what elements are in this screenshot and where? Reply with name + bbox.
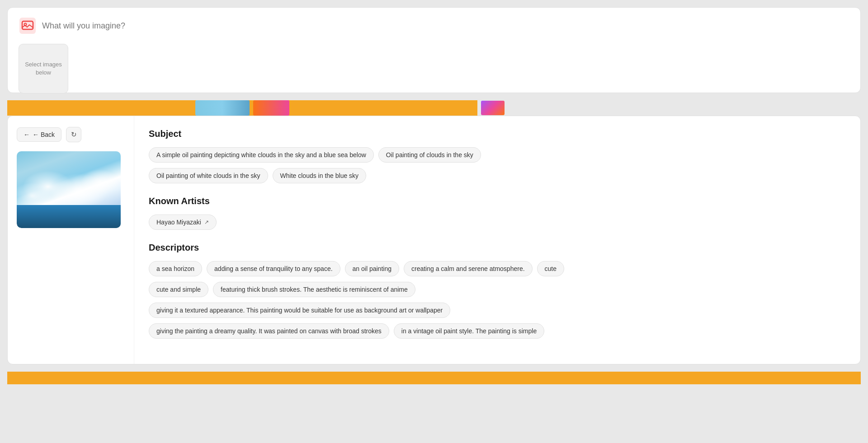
back-label: ← Back [33,131,55,138]
search-input[interactable] [42,21,849,31]
known-artists-title: Known Artists [149,196,846,206]
descriptors-section: Descriptors a sea horizon adding a sense… [149,242,846,339]
descriptor-tag-1[interactable]: adding a sense of tranquility to any spa… [207,261,340,276]
orange-banner-right [477,100,861,116]
sidebar-painting-image [17,151,121,228]
descriptor-tag-4[interactable]: cute [537,261,564,276]
main-detail-panel: ← ← Back ↻ Subject A simple oil painting… [7,116,861,364]
descriptor-tag-9[interactable]: in a vintage oil paint style. The painti… [394,323,544,339]
artists-tags-row: Hayao Miyazaki ↗ [149,215,846,230]
known-artists-section: Known Artists Hayao Miyazaki ↗ [149,196,846,230]
descriptor-tag-7[interactable]: giving it a textured appearance. This pa… [149,303,450,318]
descriptor-tag-0[interactable]: a sea horizon [149,261,202,276]
subject-tags-row-1: A simple oil painting depicting white cl… [149,147,846,163]
subject-tag-2[interactable]: Oil painting of white clouds in the sky [149,168,268,183]
subject-tag-0[interactable]: A simple oil painting depicting white cl… [149,147,374,163]
action-buttons-row: ← ← Back ↻ [17,127,125,142]
artist-tag-0[interactable]: Hayao Miyazaki ↗ [149,215,217,230]
orange-banner-strip [7,100,861,116]
descriptor-tag-5[interactable]: cute and simple [149,282,208,297]
subject-section-title: Subject [149,129,846,139]
descriptor-tag-2[interactable]: an oil painting [345,261,399,276]
subject-tags-row-2: Oil painting of white clouds in the sky … [149,168,846,183]
orange-banner-main [7,100,477,116]
left-sidebar: ← ← Back ↻ [8,116,134,364]
clouds-layer [17,159,121,205]
banner-thumb-image [481,101,505,115]
refresh-icon: ↻ [71,131,77,139]
subject-tag-1[interactable]: Oil painting of clouds in the sky [378,147,481,163]
bottom-orange-bar [7,372,861,384]
descriptors-title: Descriptors [149,242,846,253]
select-images-label: Select images below [19,61,68,77]
external-link-icon: ↗ [204,219,209,225]
descriptors-row-4: giving the painting a dreamy quality. It… [149,323,846,339]
descriptor-tag-3[interactable]: creating a calm and serene atmosphere. [404,261,533,276]
sea-layer [17,205,121,228]
search-image-icon [19,17,37,35]
subject-tag-3[interactable]: White clouds in the blue sky [273,168,367,183]
descriptors-row-3: giving it a textured appearance. This pa… [149,303,846,318]
back-button[interactable]: ← ← Back [17,127,61,142]
back-arrow-icon: ← [24,131,30,138]
descriptor-tag-6[interactable]: featuring thick brush strokes. The aesth… [213,282,415,297]
artist-name: Hayao Miyazaki [156,219,201,226]
refresh-button[interactable]: ↻ [66,127,81,142]
descriptor-tag-8[interactable]: giving the painting a dreamy quality. It… [149,323,389,339]
select-images-placeholder[interactable]: Select images below [19,44,68,93]
search-panel: Select images below [7,7,861,93]
descriptors-row-2: cute and simple featuring thick brush st… [149,282,846,297]
right-content-area: Subject A simple oil painting depicting … [134,116,860,364]
descriptors-row-1: a sea horizon adding a sense of tranquil… [149,261,846,276]
subject-section: Subject A simple oil painting depicting … [149,129,846,183]
search-bar [19,17,849,44]
